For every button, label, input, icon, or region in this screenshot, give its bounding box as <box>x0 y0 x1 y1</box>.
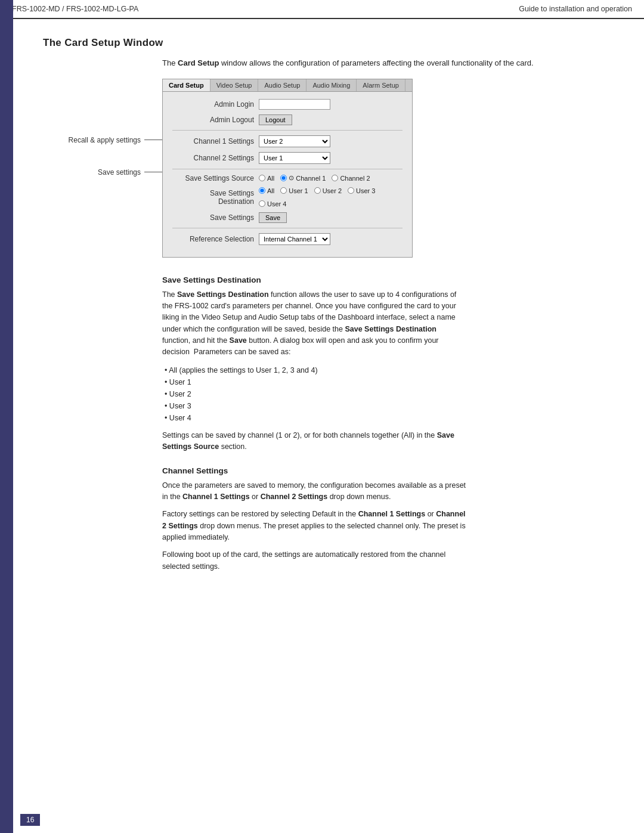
dest-user3-radio[interactable] <box>348 187 354 194</box>
ssd-save-bold: Save <box>230 336 247 345</box>
divider-1 <box>172 130 402 131</box>
source-ch2-radio[interactable] <box>332 175 338 181</box>
recall-line <box>144 140 162 140</box>
card-setup-area: Recall & apply settings Save settings Ca… <box>43 79 620 258</box>
channel2-settings-select[interactable]: User 1 User 2 User 3 User 4 Default <box>259 152 330 164</box>
dest-user4[interactable]: User 4 <box>259 200 286 208</box>
dest-user3[interactable]: User 3 <box>348 187 375 194</box>
page-footer: 16 <box>13 814 644 826</box>
source-all[interactable]: All <box>259 175 274 182</box>
admin-logout-label: Admin Logout <box>172 116 259 124</box>
intro-suffix: window allows the configuration of param… <box>221 58 534 67</box>
card-tabs: Card Setup Video Setup Audio Setup Audio… <box>163 79 412 92</box>
tab-audio-mixing[interactable]: Audio Mixing <box>306 79 357 91</box>
list-item-all: All (applies the settings to User 1, 2, … <box>165 364 466 376</box>
channel1-settings-select[interactable]: User 2 User 1 User 3 User 4 Default <box>259 135 330 147</box>
sss-bold: Save Settings Source <box>162 431 454 451</box>
tab-audio-setup[interactable]: Audio Setup <box>258 79 306 91</box>
save-button[interactable]: Save <box>259 212 287 223</box>
page-number: 16 <box>20 814 40 826</box>
source-ch2[interactable]: Channel 2 <box>332 175 370 182</box>
cs-bold2: Channel 2 Settings <box>261 493 328 501</box>
main-content: The Card Setup Window The Card Setup win… <box>13 19 644 609</box>
dest-user4-radio[interactable] <box>259 200 265 207</box>
annotation-save: Save settings <box>98 168 162 176</box>
dest-user1-radio[interactable] <box>280 187 287 194</box>
channel1-settings-label: Channel 1 Settings <box>172 137 259 145</box>
admin-logout-row: Admin Logout Logout <box>172 114 402 125</box>
header-left-title: FRS-1002-MD / FRS-1002-MD-LG-PA <box>12 5 138 13</box>
save-label: Save settings <box>98 168 141 176</box>
page-title: The Card Setup Window <box>43 37 620 49</box>
dest-all-radio[interactable] <box>259 187 265 194</box>
source-radio-group: All ⊙ Channel 1 Channel 2 <box>259 174 370 182</box>
divider-2 <box>172 169 402 169</box>
channel-settings-section: Channel Settings Once the parameters are… <box>162 466 466 573</box>
save-settings-label: Save Settings <box>172 213 259 222</box>
header-right-title: Guide to installation and operation <box>519 5 632 13</box>
admin-login-input[interactable] <box>259 99 330 110</box>
reference-selection-label: Reference Selection <box>172 235 259 243</box>
ssd-bold2: Save Settings Destination <box>345 325 436 333</box>
channel-settings-title: Channel Settings <box>162 466 466 475</box>
channel1-settings-row: Channel 1 Settings User 2 User 1 User 3 … <box>172 135 402 147</box>
admin-login-row: Admin Login <box>172 99 402 110</box>
ssd-bold1: Save Settings Destination <box>177 290 269 299</box>
save-settings-dest-label: Save Settings Destination <box>172 189 259 206</box>
cs-bold1: Channel 1 Settings <box>182 493 250 501</box>
save-settings-row: Save Settings Save <box>172 212 402 223</box>
channel2-settings-label: Channel 2 Settings <box>172 154 259 162</box>
channel-settings-para3: Following boot up of the card, the setti… <box>162 549 466 572</box>
channel-settings-para2: Factory settings can be restored by sele… <box>162 509 466 543</box>
reference-selection-row: Reference Selection Internal Channel 1 I… <box>172 233 402 245</box>
annotation-recall: Recall & apply settings <box>69 136 162 144</box>
channel2-settings-row: Channel 2 Settings User 1 User 2 User 3 … <box>172 152 402 164</box>
header: FRS-1002-MD / FRS-1002-MD-LG-PA Guide to… <box>0 0 644 19</box>
dest-user2[interactable]: User 2 <box>314 187 342 194</box>
dest-radio-group: All User 1 User 2 User 3 <box>259 187 402 208</box>
list-item-user2: User 2 <box>165 388 466 400</box>
list-item-user4: User 4 <box>165 412 466 424</box>
divider-3 <box>172 228 402 228</box>
save-settings-footnote: Settings can be saved by channel (1 or 2… <box>162 430 466 453</box>
left-accent-bar <box>0 0 13 833</box>
tab-alarm-setup[interactable]: Alarm Setup <box>357 79 405 91</box>
card-body: Admin Login Admin Logout Logout Channel … <box>163 92 412 257</box>
source-ch1[interactable]: ⊙ Channel 1 <box>280 174 326 182</box>
intro-paragraph: The Card Setup window allows the configu… <box>162 57 568 69</box>
list-item-user3: User 3 <box>165 400 466 412</box>
save-line <box>144 172 162 172</box>
save-settings-section-title: Save Settings Destination <box>162 275 466 284</box>
save-settings-section: Save Settings Destination The Save Setti… <box>162 275 466 453</box>
dest-user1[interactable]: User 1 <box>280 187 308 194</box>
dest-user2-radio[interactable] <box>314 187 321 194</box>
card-window: Card Setup Video Setup Audio Setup Audio… <box>162 79 413 258</box>
cs-bold3: Channel 1 Settings <box>358 510 426 518</box>
source-all-radio[interactable] <box>259 175 265 181</box>
save-settings-paragraph: The Save Settings Destination function a… <box>162 289 466 358</box>
channel-settings-para1: Once the parameters are saved to memory,… <box>162 480 466 503</box>
list-item-user1: User 1 <box>165 376 466 388</box>
logout-button[interactable]: Logout <box>259 114 292 125</box>
tab-video-setup[interactable]: Video Setup <box>210 79 259 91</box>
save-settings-source-row: Save Settings Source All ⊙ Channel 1 <box>172 174 402 182</box>
save-settings-list: All (applies the settings to User 1, 2, … <box>165 364 466 424</box>
card-setup-bold: Card Setup <box>178 58 219 67</box>
dest-all[interactable]: All <box>259 187 274 194</box>
recall-label: Recall & apply settings <box>69 136 141 144</box>
save-settings-dest-row: Save Settings Destination All User 1 <box>172 187 402 208</box>
annotations-column: Recall & apply settings Save settings <box>43 79 162 246</box>
tab-card-setup[interactable]: Card Setup <box>163 79 210 91</box>
save-settings-source-label: Save Settings Source <box>172 174 259 182</box>
admin-login-label: Admin Login <box>172 100 259 109</box>
reference-selection-select[interactable]: Internal Channel 1 Internal Channel 2 Ex… <box>259 233 330 245</box>
source-ch1-radio[interactable] <box>280 175 287 181</box>
